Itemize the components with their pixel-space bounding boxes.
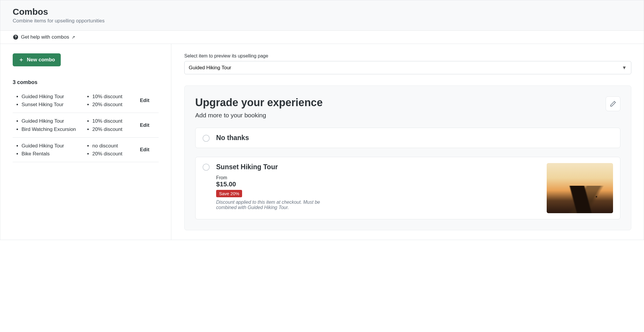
new-combo-button[interactable]: New combo: [13, 53, 61, 66]
combo-row: Guided Hiking Tour Bike Rentals no disco…: [13, 138, 159, 162]
page-title: Combos: [13, 7, 631, 17]
combo-discount: no discount: [92, 142, 131, 150]
help-link-row: Get help with combos ↗: [0, 31, 644, 44]
combo-row: Guided Hiking Tour Bird Watching Excursi…: [13, 113, 159, 137]
help-link[interactable]: Get help with combos ↗: [21, 34, 75, 40]
combo-items: Guided Hiking Tour Sunset Hiking Tour: [13, 93, 83, 109]
combo-item: Sunset Hiking Tour: [22, 101, 83, 109]
external-link-icon: ↗: [72, 35, 75, 40]
combo-item: Guided Hiking Tour: [22, 142, 83, 150]
combo-discounts: 10% discount 20% discount: [83, 117, 131, 133]
offer-name: Sunset Hiking Tour: [216, 163, 540, 171]
pencil-icon: [610, 101, 616, 107]
combo-count: 3 combos: [13, 79, 159, 86]
upsell-option-offer[interactable]: Sunset Hiking Tour From $15.00 Save 20% …: [195, 157, 620, 219]
edit-upsell-button[interactable]: [606, 96, 620, 111]
new-combo-label: New combo: [27, 57, 55, 63]
radio-icon: [203, 164, 210, 171]
offer-note: Discount applied to this item at checkou…: [216, 200, 328, 210]
save-badge: Save 20%: [216, 190, 242, 197]
combo-discount: 20% discount: [92, 150, 131, 158]
edit-combo-link[interactable]: Edit: [140, 98, 149, 103]
radio-icon: [203, 135, 210, 142]
offer-price: $15.00: [216, 180, 540, 188]
combo-discount: 20% discount: [92, 125, 131, 133]
combo-item: Bird Watching Excursion: [22, 125, 83, 133]
preview-label: Select item to preview its upselling pag…: [184, 53, 631, 59]
edit-combo-link[interactable]: Edit: [140, 122, 149, 128]
combo-items: Guided Hiking Tour Bird Watching Excursi…: [13, 117, 83, 133]
combo-items: Guided Hiking Tour Bike Rentals: [13, 142, 83, 158]
combo-discounts: 10% discount 20% discount: [83, 93, 131, 109]
upsell-option-no-thanks[interactable]: No thanks: [195, 128, 620, 148]
offer-from-label: From: [216, 175, 540, 180]
combo-discount: 10% discount: [92, 93, 131, 101]
page-header: Combos Combine items for upselling oppor…: [0, 0, 644, 31]
combo-item: Bike Rentals: [22, 150, 83, 158]
help-icon: [13, 34, 19, 40]
help-link-text: Get help with combos: [21, 34, 69, 40]
combo-item: Guided Hiking Tour: [22, 117, 83, 125]
combo-discount: 10% discount: [92, 117, 131, 125]
no-thanks-label: No thanks: [216, 134, 249, 142]
combo-discounts: no discount 20% discount: [83, 142, 131, 158]
combo-discount: 20% discount: [92, 101, 131, 109]
page-subtitle: Combine items for upselling opportunitie…: [13, 18, 631, 24]
upsell-title: Upgrade your experience: [195, 96, 620, 109]
plus-icon: [19, 57, 24, 63]
offer-thumbnail: [547, 163, 613, 213]
upsell-subtitle: Add more to your booking: [195, 112, 620, 119]
preview-panel: Select item to preview its upselling pag…: [171, 44, 644, 240]
combos-panel: New combo 3 combos Guided Hiking Tour Su…: [0, 44, 171, 240]
edit-combo-link[interactable]: Edit: [140, 147, 149, 152]
upsell-preview-card: Upgrade your experience Add more to your…: [184, 86, 631, 230]
combo-row: Guided Hiking Tour Sunset Hiking Tour 10…: [13, 88, 159, 113]
preview-item-select[interactable]: Guided Hiking Tour: [184, 61, 631, 74]
combo-item: Guided Hiking Tour: [22, 93, 83, 101]
